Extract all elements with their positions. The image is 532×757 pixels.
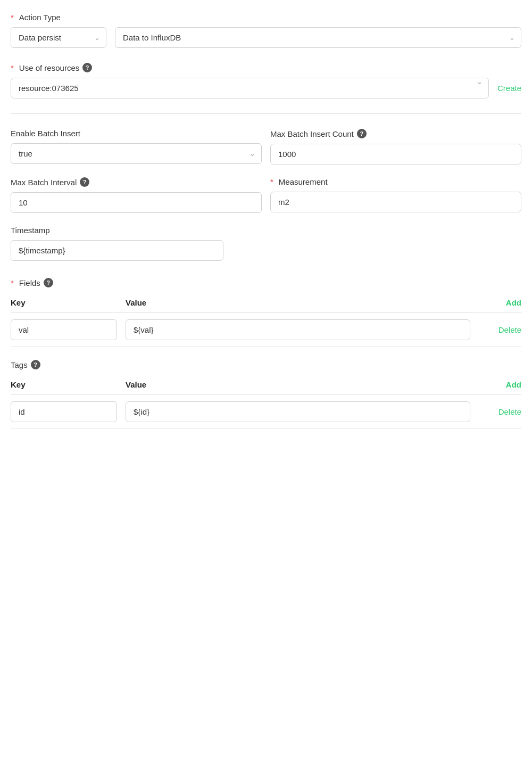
fields-add-col: Add (479, 298, 521, 307)
enable-batch-insert-label: Enable Batch Insert (11, 129, 262, 138)
enable-batch-insert-select[interactable]: true (11, 143, 262, 164)
fields-row-0: Delete (11, 313, 521, 347)
section-divider (11, 113, 521, 114)
max-batch-insert-count-input[interactable] (270, 144, 521, 164)
timestamp-section: Timestamp (11, 226, 521, 261)
required-star-measurement: * (270, 177, 273, 186)
measurement-input[interactable] (270, 192, 521, 212)
tags-add-button[interactable]: Add (506, 380, 521, 389)
resource-select[interactable]: resource:073625 (11, 78, 489, 98)
resource-row: resource:073625 ⌄ Create (11, 78, 521, 98)
fields-key-header: Key (11, 298, 117, 307)
tags-row-0: Delete (11, 395, 521, 429)
max-batch-interval-col: Max Batch Interval ? (11, 177, 262, 213)
tags-table-header: Key Value Add (11, 375, 521, 395)
create-link[interactable]: Create (497, 84, 521, 93)
resource-select-wrapper: resource:073625 ⌄ (11, 78, 489, 98)
fields-key-input-0[interactable] (11, 319, 117, 340)
tags-key-header: Key (11, 380, 117, 389)
fields-label: * Fields ? (11, 278, 521, 287)
measurement-label: * Measurement (270, 177, 521, 186)
max-batch-interval-label: Max Batch Interval ? (11, 177, 262, 187)
fields-add-button[interactable]: Add (506, 298, 521, 307)
fields-value-header: Value (126, 298, 470, 307)
max-batch-insert-count-label: Max Batch Insert Count ? (270, 129, 521, 138)
help-icon-fields[interactable]: ? (44, 278, 53, 287)
help-icon-max-interval[interactable]: ? (80, 177, 89, 187)
action-type-row: Data persist ⌄ Data to InfluxDB ⌄ (11, 27, 521, 48)
timestamp-input[interactable] (11, 240, 223, 261)
tags-add-col: Add (479, 380, 521, 389)
tags-delete-col-0: Delete (479, 407, 521, 416)
data-to-influxdb-wrapper: Data to InfluxDB ⌄ (115, 27, 521, 48)
use-of-resources-label: * Use of resources ? (11, 63, 521, 72)
use-of-resources-section: * Use of resources ? resource:073625 ⌄ C… (11, 63, 521, 98)
batch-interval-measurement-row: Max Batch Interval ? * Measurement (11, 177, 521, 213)
required-star-resources: * (11, 63, 14, 72)
fields-section: * Fields ? Key Value Add Delete (11, 278, 521, 347)
enable-batch-insert-col: Enable Batch Insert true ⌄ (11, 129, 262, 164)
tags-section: Tags ? Key Value Add Delete (11, 360, 521, 429)
tags-key-input-0[interactable] (11, 401, 117, 422)
tags-value-header: Value (126, 380, 470, 389)
tags-label: Tags ? (11, 360, 521, 369)
measurement-col: * Measurement (270, 177, 521, 213)
timestamp-input-wrapper (11, 240, 223, 261)
tags-value-input-wrapper-0 (126, 401, 470, 422)
help-icon-tags[interactable]: ? (31, 360, 40, 369)
fields-table-header: Key Value Add (11, 293, 521, 313)
enable-batch-insert-wrapper: true ⌄ (11, 143, 262, 164)
data-persist-select[interactable]: Data persist (11, 27, 106, 48)
tags-value-input-0[interactable] (126, 401, 470, 422)
required-star-fields: * (11, 278, 14, 287)
batch-insert-row: Enable Batch Insert true ⌄ Max Batch Ins… (11, 129, 521, 164)
data-persist-wrapper: Data persist ⌄ (11, 27, 106, 48)
fields-delete-button-0[interactable]: Delete (498, 325, 521, 334)
tags-delete-button-0[interactable]: Delete (498, 407, 521, 416)
max-batch-interval-input[interactable] (11, 192, 262, 213)
action-type-section: * Action Type Data persist ⌄ Data to Inf… (11, 13, 521, 48)
help-icon-max-batch[interactable]: ? (357, 129, 367, 138)
timestamp-label: Timestamp (11, 226, 521, 235)
fields-key-input-wrapper-0 (11, 319, 117, 340)
data-to-influxdb-select[interactable]: Data to InfluxDB (115, 27, 521, 48)
tags-key-input-wrapper-0 (11, 401, 117, 422)
max-batch-insert-count-col: Max Batch Insert Count ? (270, 129, 521, 164)
required-star-action: * (11, 13, 14, 22)
help-icon-resources[interactable]: ? (82, 63, 92, 72)
action-type-label: * Action Type (11, 13, 521, 22)
fields-delete-col-0: Delete (479, 325, 521, 334)
fields-value-input-0[interactable] (126, 319, 470, 340)
fields-value-input-wrapper-0 (126, 319, 470, 340)
